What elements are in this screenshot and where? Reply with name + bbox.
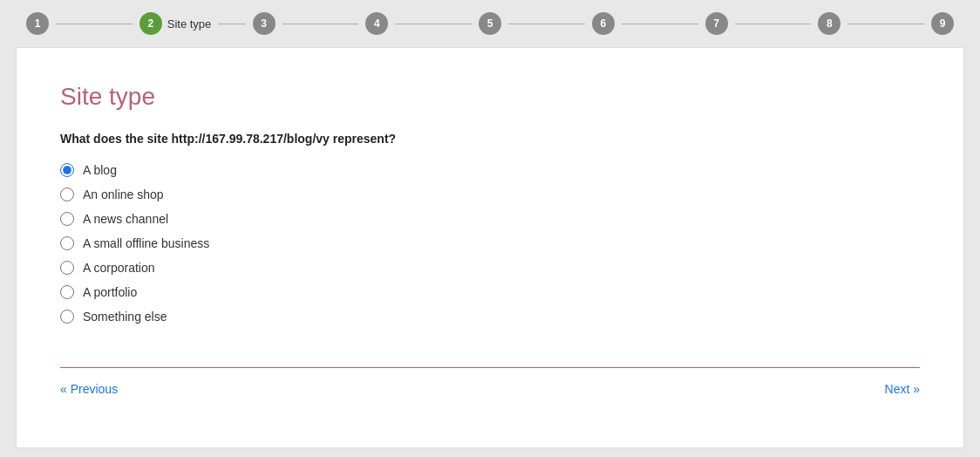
step-circle-8: 8 [818,12,840,35]
step-line-7 [735,24,812,24]
progress-step-4: 4 [365,12,479,35]
radio-option-blog[interactable]: A blog [60,163,920,177]
step-line-1 [56,24,133,24]
step-circle-9: 9 [931,12,954,35]
radio-option-news-channel[interactable]: A news channel [60,212,920,226]
radio-portfolio[interactable] [60,285,74,299]
progress-step-5: 5 [479,12,592,35]
question-text: What does the site http://167.99.78.217/… [60,132,920,146]
radio-online-shop[interactable] [60,188,74,201]
radio-online-shop-label[interactable]: An online shop [83,188,164,201]
radio-option-offline-business[interactable]: A small offline business [60,236,920,250]
radio-news-channel[interactable] [60,212,74,226]
progress-step-6: 6 [592,12,705,35]
radio-something-else[interactable] [60,310,74,324]
radio-offline-business-label[interactable]: A small offline business [83,236,209,250]
radio-corporation-label[interactable]: A corporation [83,261,155,275]
progress-bar: 1 2 Site type 3 4 5 6 7 8 9 [0,0,980,47]
step-line-5 [508,24,585,24]
step-circle-2: 2 [140,12,162,35]
step-line-8 [847,24,924,24]
progress-step-3: 3 [253,12,366,35]
step-line-4 [395,24,472,24]
next-button[interactable]: Next » [885,382,920,396]
progress-step-9: 9 [931,12,954,35]
radio-option-something-else[interactable]: Something else [60,310,920,324]
radio-something-else-label[interactable]: Something else [83,310,167,324]
step-circle-6: 6 [592,12,615,35]
radio-blog[interactable] [60,163,74,177]
previous-button[interactable]: « Previous [60,382,118,396]
step-line-6 [622,24,698,24]
step-circle-7: 7 [705,12,728,35]
step-circle-4: 4 [365,12,388,35]
progress-step-2: 2 Site type [140,12,253,35]
radio-group: A blog An online shop A news channel A s… [60,163,920,324]
step-label-2: Site type [167,17,212,31]
site-type-card: Site type What does the site http://167.… [16,47,964,448]
radio-offline-business[interactable] [60,236,74,250]
step-line-2 [218,24,245,24]
step-circle-5: 5 [479,12,501,35]
radio-option-corporation[interactable]: A corporation [60,261,920,275]
radio-option-online-shop[interactable]: An online shop [60,188,920,201]
step-circle-1: 1 [26,12,49,35]
radio-portfolio-label[interactable]: A portfolio [83,285,137,299]
progress-step-8: 8 [818,12,931,35]
step-circle-3: 3 [253,12,276,35]
radio-blog-label[interactable]: A blog [83,163,117,177]
radio-news-channel-label[interactable]: A news channel [83,212,168,226]
nav-buttons: « Previous Next » [60,368,920,396]
step-line-3 [282,24,359,24]
radio-corporation[interactable] [60,261,74,275]
card-title: Site type [60,83,920,111]
progress-step-7: 7 [705,12,819,35]
radio-option-portfolio[interactable]: A portfolio [60,285,920,299]
progress-step-1: 1 [26,12,140,35]
